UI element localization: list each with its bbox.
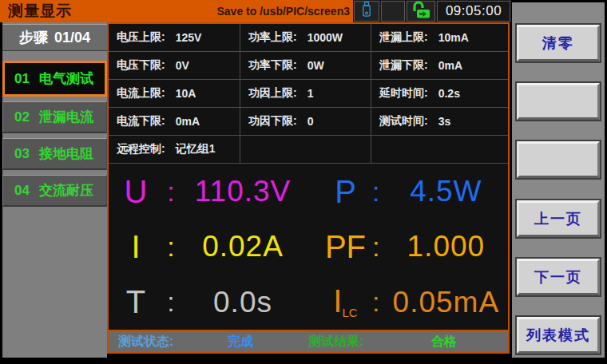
table-row: 电流上限:10A 功因上限:1 延时时间:0.2s [109, 80, 508, 108]
measurement-panel: 电压上限:125V 功率上限:1000W 泄漏上限:10mA 电压下限:0V 功… [107, 22, 510, 354]
param-remote-control: 远程控制:记忆组1 [109, 136, 240, 163]
step-value: 01/04 [54, 30, 90, 46]
param-leakage-lower: 泄漏下限:0mA [371, 52, 508, 79]
limit-parameter-table: 电压上限:125V 功率上限:1000W 泄漏上限:10mA 电压下限:0V 功… [109, 24, 508, 164]
time-value: 0.0s [179, 287, 307, 317]
table-row: 电流下限:0mA 功因下限:0 测试时间:3s [109, 108, 508, 136]
clear-zero-button[interactable]: 清零 [517, 25, 600, 61]
step-name: 交流耐压 [39, 181, 93, 200]
param-leakage-upper: 泄漏上限:10mA [371, 24, 508, 51]
sidebar-item-electrical-test[interactable]: 01 电气测试 [2, 61, 107, 97]
ilc-symbol: ILC [323, 285, 368, 318]
readout-row: T : 0.0s ILC : 0.05mA [109, 275, 508, 330]
current-value: 0.02A [179, 231, 307, 261]
lock-indicator [407, 1, 435, 22]
step-number: 02 [14, 109, 30, 125]
sidebar-item-leakage-current[interactable]: 02 泄漏电流 [2, 101, 107, 133]
test-state-label: 测试状态: [109, 334, 196, 350]
save-path-text: Save to /usb/PIC/screen3 [216, 5, 353, 18]
table-row: 电压上限:125V 功率上限:1000W 泄漏上限:10mA [109, 24, 508, 52]
blank-softkey-button[interactable] [517, 141, 600, 178]
sidebar-item-ac-withstand[interactable]: 04 交流耐压 [2, 175, 107, 207]
param-empty-cell [240, 136, 371, 163]
readout-current: I : 0.02A [109, 231, 308, 263]
param-current-lower: 电流下限:0mA [109, 108, 240, 135]
power-symbol: P [323, 176, 368, 208]
step-label: 步骤 [19, 28, 48, 47]
softkey-column: 清零 上一页 下一页 列表模式 [517, 25, 600, 354]
titlebar: 测量显示 Save to /usb/PIC/screen3 [0, 0, 511, 22]
power-value: 4.5W [384, 176, 508, 206]
test-result-value: 合格 [380, 334, 508, 350]
next-page-button[interactable]: 下一页 [517, 259, 600, 295]
voltage-symbol: U [109, 176, 163, 208]
step-name: 电气测试 [39, 69, 93, 88]
pf-symbol: PF [323, 231, 368, 263]
readout-row: U : 110.3V P : 4.5W [109, 164, 508, 219]
current-symbol: I [109, 231, 163, 263]
param-power-upper: 功率上限:1000W [240, 24, 371, 51]
param-delay-time: 延时时间:0.2s [371, 80, 508, 107]
step-counter: 步骤 01/04 [2, 24, 107, 51]
step-number: 01 [14, 71, 30, 87]
usb-indicator [354, 1, 379, 22]
readout-leakage-current: ILC : 0.05mA [308, 285, 508, 318]
readout-power-factor: PF : 1.000 [308, 231, 508, 263]
table-row: 远程控制:记忆组1 [109, 136, 508, 164]
test-result-label: 测试结果: [284, 334, 380, 350]
step-number: 04 [14, 183, 30, 199]
live-readouts: U : 110.3V P : 4.5W I : 0.02A PF : 1.000 [109, 164, 508, 330]
step-sidebar: 步骤 01/04 01 电气测试 02 泄漏电流 03 接地电阻 04 交流耐压 [2, 22, 107, 358]
readout-power: P : 4.5W [308, 176, 508, 208]
readout-voltage: U : 110.3V [109, 176, 308, 208]
empty-indicator-slot [381, 1, 405, 22]
step-name: 泄漏电流 [39, 108, 93, 126]
voltage-value: 110.3V [179, 176, 307, 206]
test-state-value: 完成 [196, 334, 284, 350]
list-mode-button[interactable]: 列表模式 [517, 317, 600, 354]
softkey-panel: 清零 上一页 下一页 列表模式 [512, 2, 605, 358]
table-row: 电压下限:0V 功率下限:0W 泄漏下限:0mA [109, 52, 508, 80]
unlock-icon [411, 1, 431, 22]
param-pf-upper: 功因上限:1 [240, 80, 371, 107]
param-current-upper: 电流上限:10A [109, 80, 240, 107]
param-test-time: 测试时间:3s [371, 108, 508, 135]
previous-page-button[interactable]: 上一页 [517, 200, 600, 237]
param-power-lower: 功率下限:0W [240, 52, 371, 79]
titlebar-status-segments: 09:05:00 [353, 0, 511, 22]
time-symbol: T [109, 286, 163, 318]
usb-icon [361, 0, 372, 22]
param-voltage-lower: 电压下限:0V [109, 52, 240, 79]
time-text: 09:05:00 [446, 3, 502, 19]
test-status-bar: 测试状态: 完成 测试结果: 合格 [109, 330, 508, 352]
ilc-value: 0.05mA [384, 287, 508, 317]
param-pf-lower: 功因下限:0 [240, 108, 371, 135]
clock-display: 09:05:00 [437, 1, 510, 22]
page-title: 测量显示 [0, 1, 72, 22]
readout-row: I : 0.02A PF : 1.000 [109, 219, 508, 274]
blank-softkey-button[interactable] [517, 83, 600, 120]
param-empty-cell [371, 136, 508, 163]
step-name: 接地电阻 [39, 144, 93, 163]
step-number: 03 [14, 146, 30, 162]
sidebar-item-ground-resistance[interactable]: 03 接地电阻 [2, 138, 107, 170]
param-voltage-upper: 电压上限:125V [109, 24, 240, 51]
readout-time: T : 0.0s [109, 286, 308, 318]
pf-value: 1.000 [384, 231, 508, 261]
